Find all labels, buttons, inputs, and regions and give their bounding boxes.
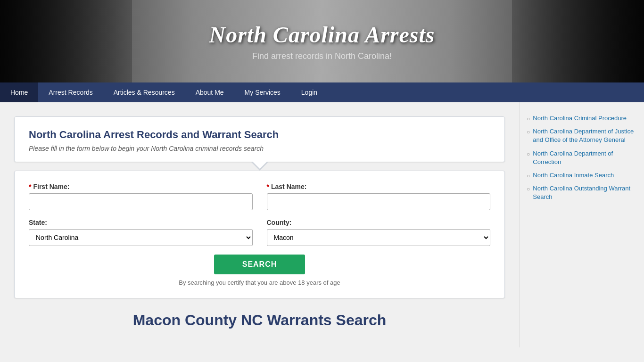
sidebar-item-4: ○ North Carolina Inmate Search <box>527 171 635 180</box>
search-form-card: *First Name: *Last Name: State: North Ca… <box>14 171 505 298</box>
sidebar: ○ North Carolina Criminal Procedure ○ No… <box>519 102 644 347</box>
main-nav: Home Arrest Records Articles & Resources… <box>0 82 644 102</box>
site-subtitle: Find arrest records in North Carolina! <box>209 51 435 61</box>
nav-about-me[interactable]: About Me <box>185 82 234 102</box>
last-name-input[interactable] <box>267 193 491 210</box>
site-title: North Carolina Arrests <box>209 22 435 48</box>
state-group: State: North Carolina <box>29 219 253 246</box>
nav-arrest-records[interactable]: Arrest Records <box>38 82 103 102</box>
nav-articles-resources[interactable]: Articles & Resources <box>103 82 185 102</box>
search-intro-card: North Carolina Arrest Records and Warran… <box>14 116 505 162</box>
first-name-label: *First Name: <box>29 183 253 190</box>
sidebar-link-warrant-search[interactable]: North Carolina Outstanding Warrant Searc… <box>533 184 635 201</box>
county-group: County: Macon <box>267 219 491 246</box>
sidebar-link-list: ○ North Carolina Criminal Procedure ○ No… <box>527 114 635 202</box>
site-header: North Carolina Arrests Find arrest recor… <box>0 0 644 82</box>
sidebar-link-criminal-procedure[interactable]: North Carolina Criminal Procedure <box>533 114 627 123</box>
nav-home[interactable]: Home <box>0 82 38 102</box>
search-note: By searching you certify that you are ab… <box>29 279 490 286</box>
sidebar-link-inmate-search[interactable]: North Carolina Inmate Search <box>533 171 614 180</box>
header-bars-right <box>512 0 644 82</box>
sidebar-item-3: ○ North Carolina Department of Correctio… <box>527 149 635 166</box>
first-name-group: *First Name: <box>29 183 253 210</box>
bullet-5: ○ <box>527 186 530 193</box>
card-pointer <box>251 162 268 171</box>
bullet-3: ○ <box>527 151 530 158</box>
last-name-label: *Last Name: <box>267 183 491 190</box>
search-card-subtitle: Please fill in the form below to begin y… <box>29 145 490 152</box>
search-button[interactable]: SEARCH <box>214 255 305 274</box>
required-star-last: * <box>267 183 269 190</box>
header-text: North Carolina Arrests Find arrest recor… <box>209 22 435 61</box>
state-label: State: <box>29 219 253 226</box>
sidebar-item-2: ○ North Carolina Department of Justice a… <box>527 127 635 144</box>
bullet-2: ○ <box>527 129 530 136</box>
first-name-input[interactable] <box>29 193 253 210</box>
main-wrapper: North Carolina Arrest Records and Warran… <box>0 102 644 347</box>
nav-my-services[interactable]: My Services <box>234 82 291 102</box>
main-content: North Carolina Arrest Records and Warran… <box>0 102 519 347</box>
county-select[interactable]: Macon <box>267 229 491 246</box>
bullet-4: ○ <box>527 173 530 180</box>
page-heading: Macon County NC Warrants Search <box>14 312 505 329</box>
sidebar-item-5: ○ North Carolina Outstanding Warrant Sea… <box>527 184 635 201</box>
county-label: County: <box>267 219 491 226</box>
sidebar-item-1: ○ North Carolina Criminal Procedure <box>527 114 635 123</box>
nav-login[interactable]: Login <box>291 82 328 102</box>
header-bars-left <box>0 0 132 82</box>
search-card-title: North Carolina Arrest Records and Warran… <box>29 129 490 141</box>
name-row: *First Name: *Last Name: <box>29 183 490 210</box>
sidebar-link-doc[interactable]: North Carolina Department of Correction <box>533 149 635 166</box>
location-row: State: North Carolina County: Macon <box>29 219 490 246</box>
bullet-1: ○ <box>527 115 530 123</box>
state-select[interactable]: North Carolina <box>29 229 253 246</box>
required-star-first: * <box>29 183 31 190</box>
last-name-group: *Last Name: <box>267 183 491 210</box>
sidebar-link-doj[interactable]: North Carolina Department of Justice and… <box>533 127 635 144</box>
